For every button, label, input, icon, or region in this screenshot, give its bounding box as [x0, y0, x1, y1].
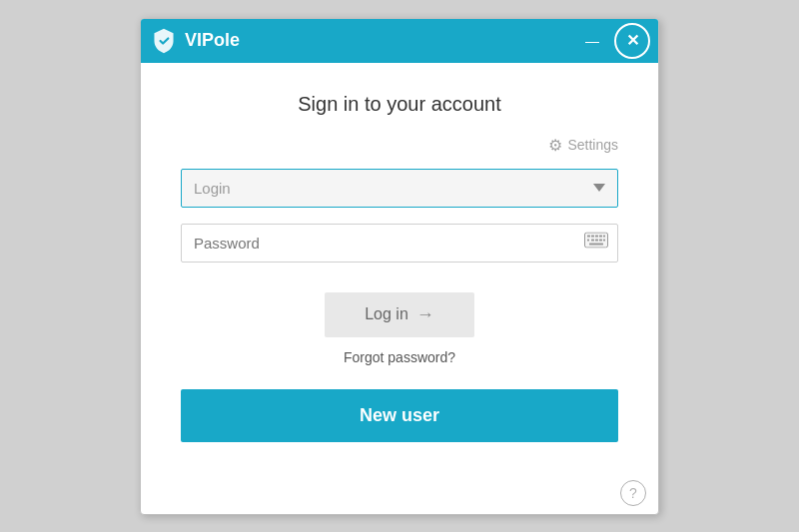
svg-rect-9	[599, 240, 602, 242]
app-logo: VIPole	[151, 28, 240, 54]
login-arrow-icon: →	[416, 304, 434, 325]
new-user-button[interactable]: New user	[181, 389, 618, 442]
svg-rect-2	[591, 236, 594, 238]
close-button[interactable]: ✕	[614, 23, 650, 59]
login-button-label: Log in	[365, 305, 408, 323]
gear-icon: ⚙	[548, 136, 562, 155]
forgot-password-link[interactable]: Forgot password?	[344, 349, 455, 365]
svg-rect-3	[595, 236, 598, 238]
window-controls: — ✕	[570, 19, 658, 63]
password-input[interactable]	[181, 224, 618, 263]
login-btn-row: Log in →	[181, 292, 618, 337]
svg-rect-8	[595, 240, 598, 242]
help-icon[interactable]: ?	[620, 480, 646, 506]
login-dropdown[interactable]: Login	[181, 169, 618, 208]
login-button[interactable]: Log in →	[325, 292, 474, 337]
title-bar: VIPole — ✕	[141, 19, 658, 63]
svg-rect-1	[587, 236, 590, 238]
svg-rect-11	[589, 244, 603, 246]
svg-rect-4	[599, 236, 602, 238]
keyboard-icon[interactable]	[584, 233, 608, 254]
footer-row: ?	[141, 472, 658, 514]
forgot-row: Forgot password?	[181, 349, 618, 365]
page-title: Sign in to your account	[181, 93, 618, 116]
password-wrapper	[181, 224, 618, 263]
svg-rect-7	[591, 240, 594, 242]
main-content: Sign in to your account ⚙ Settings Login	[141, 63, 658, 472]
minimize-button[interactable]: —	[570, 19, 614, 63]
settings-row: ⚙ Settings	[181, 136, 618, 155]
svg-rect-10	[603, 240, 605, 242]
app-window: VIPole — ✕ Sign in to your account ⚙ Set…	[140, 18, 659, 515]
settings-label[interactable]: Settings	[567, 137, 618, 153]
shield-icon	[151, 28, 177, 54]
svg-rect-5	[603, 236, 605, 238]
app-title: VIPole	[185, 30, 240, 51]
svg-rect-6	[587, 240, 589, 242]
